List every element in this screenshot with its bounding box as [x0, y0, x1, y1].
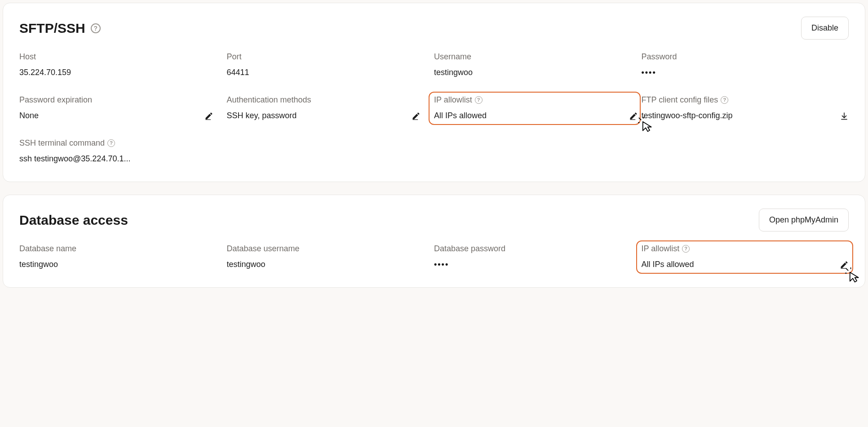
- pwd-exp-value: None: [19, 111, 39, 120]
- sftp-ssh-card: SFTP/SSH ? Disable Host 35.224.70.159 Po…: [3, 3, 865, 182]
- open-phpmyadmin-button[interactable]: Open phpMyAdmin: [759, 209, 849, 231]
- ssh-cmd-label: SSH terminal command ?: [19, 138, 227, 148]
- db-name-label: Database name: [19, 244, 227, 254]
- port-value: 64411: [227, 68, 249, 77]
- svg-rect-0: [205, 119, 211, 120]
- pwd-exp-label: Password expiration: [19, 95, 227, 105]
- password-value: ••••: [642, 68, 656, 77]
- svg-rect-1: [413, 119, 418, 120]
- auth-field: Authentication methods SSH key, password: [227, 95, 434, 120]
- sftp-grid: Host 35.224.70.159 Port 64411 Username t…: [19, 52, 849, 164]
- db-header: Database access Open phpMyAdmin: [19, 209, 849, 231]
- host-value: 35.224.70.159: [19, 68, 71, 77]
- edit-icon[interactable]: [629, 111, 638, 120]
- help-icon[interactable]: ?: [107, 139, 115, 147]
- password-label: Password: [642, 52, 849, 62]
- disable-button[interactable]: Disable: [801, 17, 849, 40]
- svg-rect-2: [630, 119, 635, 120]
- ftp-config-value: testingwoo-sftp-config.zip: [642, 111, 733, 120]
- sftp-title: SFTP/SSH: [19, 21, 85, 36]
- download-icon[interactable]: [840, 111, 849, 120]
- db-user-label: Database username: [227, 244, 434, 254]
- host-field: Host 35.224.70.159: [19, 52, 227, 77]
- db-user-field: Database username testingwoo: [227, 244, 434, 269]
- db-title: Database access: [19, 213, 128, 228]
- db-name-value: testingwoo: [19, 260, 58, 269]
- ftp-config-label: FTP client config files ?: [642, 95, 849, 105]
- username-value: testingwoo: [434, 68, 473, 77]
- db-ip-value: All IPs allowed: [642, 260, 694, 269]
- sftp-title-row: SFTP/SSH ?: [19, 21, 101, 36]
- sftp-header: SFTP/SSH ? Disable: [19, 17, 849, 40]
- db-pwd-label: Database password: [434, 244, 642, 254]
- db-user-value: testingwoo: [227, 260, 266, 269]
- db-ip-label: IP allowlist ?: [642, 244, 849, 254]
- edit-icon[interactable]: [204, 111, 213, 120]
- db-pwd-field: Database password ••••: [434, 244, 642, 269]
- svg-rect-6: [841, 268, 846, 268]
- username-label: Username: [434, 52, 642, 62]
- db-name-field: Database name testingwoo: [19, 244, 227, 269]
- cursor-click-icon: [845, 267, 861, 284]
- help-icon[interactable]: ?: [721, 96, 728, 104]
- ftp-config-field: FTP client config files ? testingwoo-sft…: [642, 95, 849, 120]
- database-access-card: Database access Open phpMyAdmin Database…: [3, 195, 865, 288]
- ip-allowlist-field: IP allowlist ? All IPs allowed: [434, 95, 642, 120]
- db-ip-field: IP allowlist ? All IPs allowed: [642, 244, 849, 269]
- db-grid: Database name testingwoo Database userna…: [19, 244, 849, 269]
- ssh-cmd-field: SSH terminal command ? ssh testingwoo@35…: [19, 138, 227, 164]
- port-field: Port 64411: [227, 52, 434, 77]
- help-icon[interactable]: ?: [475, 96, 483, 104]
- help-icon[interactable]: ?: [682, 245, 690, 253]
- edit-icon[interactable]: [840, 260, 849, 269]
- pwd-exp-field: Password expiration None: [19, 95, 227, 120]
- help-icon[interactable]: ?: [91, 23, 101, 33]
- edit-icon[interactable]: [412, 111, 421, 120]
- ip-allowlist-label: IP allowlist ?: [434, 95, 642, 105]
- ssh-cmd-value: ssh testingwoo@35.224.70.1...: [19, 154, 130, 164]
- password-field: Password ••••: [642, 52, 849, 77]
- username-field: Username testingwoo: [434, 52, 642, 77]
- port-label: Port: [227, 52, 434, 62]
- ip-allowlist-value: All IPs allowed: [434, 111, 487, 120]
- auth-value: SSH key, password: [227, 111, 297, 120]
- db-pwd-value: ••••: [434, 260, 449, 269]
- host-label: Host: [19, 52, 227, 62]
- auth-label: Authentication methods: [227, 95, 434, 105]
